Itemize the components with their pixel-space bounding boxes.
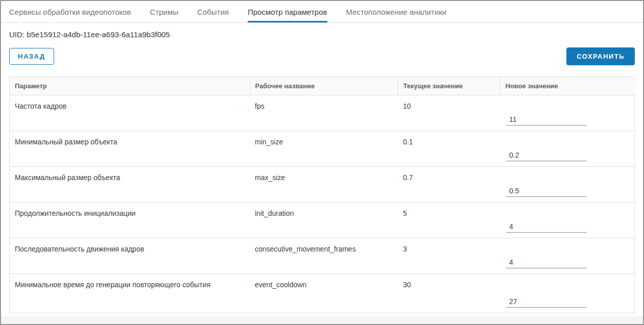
param-name-cell: Минимальный размер объекта [10,131,250,166]
param-name-cell: Максимальный размер объекта [10,166,250,202]
current-value-cell: 10 [398,95,500,131]
new-value-cell [500,95,636,131]
current-value-cell: 0.1 [398,131,500,166]
table-row: Последовательность движения кадров conse… [10,238,636,273]
new-value-cell [500,166,636,202]
working-name-cell: min_size [250,131,398,166]
current-value-cell: 0.7 [398,166,500,202]
parameters-view-page: { "tabs": { "items": [ { "label": "Серви… [0,0,644,325]
working-name-cell: event_cooldown [250,273,398,313]
table-row: Минимальное время до генерации повторяющ… [10,273,636,313]
save-button[interactable]: СОХРАНИТЬ [566,47,635,65]
param-name-cell: Продолжительность инициализации [10,202,250,238]
uid-text: UID: b5e15912-a4db-11ee-a693-6a11a9b3f00… [9,30,635,39]
current-value-cell: 30 [398,273,500,313]
tab-events[interactable]: События [197,1,229,22]
working-name-cell: consecutive_movement_frames [250,238,398,273]
parameters-table: Параметр Рабочее название Текущее значен… [9,77,635,313]
new-value-cell [500,202,636,238]
new-value-input[interactable] [506,257,587,268]
header-parameter: Параметр [10,77,250,95]
new-value-cell [500,273,636,313]
table-header-row: Параметр Рабочее название Текущее значен… [10,77,636,95]
tab-bar: Сервисы обработки видеопотоков Стримы Со… [1,1,643,23]
working-name-cell: fps [250,95,398,131]
param-name-cell: Частота кадров [10,95,250,131]
table-row: Продолжительность инициализации init_dur… [10,202,636,238]
header-working-name: Рабочее название [250,77,398,95]
new-value-input[interactable] [506,186,587,197]
new-value-input[interactable] [506,296,587,308]
current-value-cell: 3 [398,238,500,273]
table-row: Минимальный размер объекта min_size 0.1 [10,131,636,166]
header-current-value: Текущее значение [398,77,500,95]
param-name-cell: Минимальное время до генерации повторяющ… [10,273,250,313]
back-button[interactable]: НАЗАД [9,48,54,65]
new-value-cell [500,238,636,273]
param-name-cell: Последовательность движения кадров [10,238,250,273]
tab-analytics-location[interactable]: Местоположение аналитики [346,1,447,22]
new-value-input[interactable] [506,150,587,161]
tab-streams[interactable]: Стримы [150,1,179,22]
tab-video-stream-services[interactable]: Сервисы обработки видеопотоков [9,1,131,22]
current-value-cell: 5 [398,202,500,238]
table-row: Максимальный размер объекта max_size 0.7 [10,166,636,202]
working-name-cell: max_size [250,166,398,202]
table-row: Частота кадров fps 10 [10,95,636,131]
actions-row: НАЗАД СОХРАНИТЬ [9,47,635,65]
working-name-cell: init_duration [250,202,398,238]
new-value-input[interactable] [506,221,587,233]
bottom-strip [1,316,643,324]
new-value-input[interactable] [506,114,587,126]
tab-view-parameters[interactable]: Просмотр параметров [248,1,327,22]
header-new-value: Новое значение [500,77,636,95]
new-value-cell [500,131,636,166]
